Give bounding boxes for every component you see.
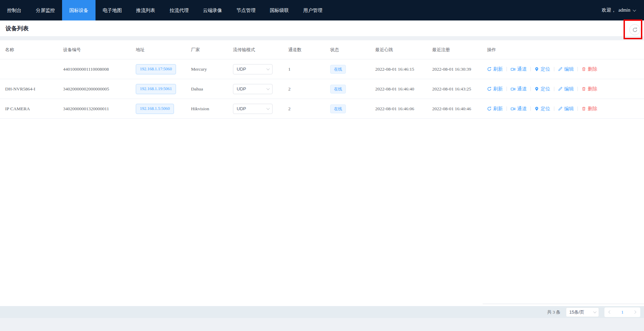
cell-channel-count: 2 <box>288 79 330 99</box>
action-divider <box>507 106 507 111</box>
cell-manufacturer: Mercury <box>191 59 233 79</box>
action-channels[interactable]: 通道 <box>511 106 527 112</box>
address-button[interactable]: 192.168.1.5:5060 <box>136 104 174 114</box>
nav-tab-user-mgmt[interactable]: 用户管理 <box>296 0 330 20</box>
action-delete[interactable]: 删除 <box>582 66 597 72</box>
refresh-icon <box>632 27 638 32</box>
cell-last-register: 2022-08-01 16:40:46 <box>432 99 487 118</box>
action-edit[interactable]: 编辑 <box>558 86 574 92</box>
refresh-icon <box>487 87 492 91</box>
nav-tab-gb-devices[interactable]: 国标设备 <box>62 0 96 20</box>
device-table: 名称 设备编号 地址 厂家 流传输模式 通道数 状态 最近心跳 最近注册 操作 … <box>0 40 644 306</box>
chevron-right-icon <box>633 311 636 314</box>
video-camera-icon <box>511 106 515 111</box>
nav-tab-push-list[interactable]: 推流列表 <box>129 0 162 20</box>
edit-pencil-icon <box>558 67 562 71</box>
action-divider <box>554 87 554 91</box>
user-menu[interactable]: 欢迎， admin <box>602 0 644 20</box>
cell-actions: 刷新 通道 定位 编辑 删除 <box>487 59 644 79</box>
refresh-icon <box>487 67 492 71</box>
refresh-page-button[interactable] <box>629 24 640 35</box>
nav-tab-gb-cascade[interactable]: 国标级联 <box>263 0 296 20</box>
chevron-down-icon <box>266 87 270 90</box>
edit-pencil-icon <box>558 106 562 111</box>
address-button[interactable]: 192.168.1.17:5060 <box>136 64 176 74</box>
table-body: 44010000001110008008 192.168.1.17:5060 M… <box>0 59 644 119</box>
video-camera-icon <box>511 87 515 91</box>
status-badge: 在线 <box>330 104 346 113</box>
nav-tab-split-screen[interactable]: 分屏监控 <box>29 0 62 20</box>
col-header-stream-mode: 流传输模式 <box>233 40 288 59</box>
stream-mode-select[interactable]: UDP <box>233 104 273 114</box>
cell-actions: 刷新 通道 定位 编辑 删除 <box>487 99 644 118</box>
col-header-address: 地址 <box>136 40 191 59</box>
action-channels[interactable]: 通道 <box>511 66 527 72</box>
trash-icon <box>582 87 586 91</box>
col-header-status: 状态 <box>330 40 375 59</box>
trash-icon <box>582 106 586 111</box>
action-delete[interactable]: 删除 <box>582 86 597 92</box>
action-refresh[interactable]: 刷新 <box>487 86 503 92</box>
col-header-register: 最近注册 <box>432 40 487 59</box>
action-divider <box>507 87 507 91</box>
col-header-name: 名称 <box>5 40 63 59</box>
cell-device-id: 44010000001110008008 <box>63 59 136 79</box>
action-divider <box>507 67 507 71</box>
chevron-down-icon <box>593 310 597 313</box>
cell-channel-count: 2 <box>288 99 330 118</box>
action-locate[interactable]: 定位 <box>535 106 550 112</box>
refresh-icon <box>487 106 492 111</box>
cell-last-heartbeat: 2022-08-01 16:46:06 <box>375 99 432 118</box>
stream-mode-select[interactable]: UDP <box>233 84 273 94</box>
current-page[interactable]: 1 <box>621 310 624 315</box>
pager: 1 <box>604 307 640 317</box>
prev-page-button[interactable] <box>609 311 611 313</box>
status-badge: 在线 <box>330 65 346 74</box>
cell-last-register: 2022-08-01 16:30:39 <box>432 59 487 79</box>
cell-device-name: IP CAMERA <box>5 99 63 118</box>
nav-tab-e-map[interactable]: 电子地图 <box>96 0 129 20</box>
stream-mode-select[interactable]: UDP <box>233 64 273 74</box>
location-pin-icon <box>535 106 539 111</box>
nav-tab-console[interactable]: 控制台 <box>0 0 29 20</box>
action-channels[interactable]: 通道 <box>511 86 527 92</box>
next-page-button[interactable] <box>633 311 636 313</box>
cell-device-name <box>5 59 63 79</box>
page-size-value: 15条/页 <box>569 309 584 315</box>
action-divider <box>530 67 531 71</box>
action-divider <box>530 106 531 111</box>
table-row: 44010000001110008008 192.168.1.17:5060 M… <box>0 59 644 79</box>
page-size-select[interactable]: 15条/页 <box>566 307 599 317</box>
top-navbar: 控制台分屏监控国标设备电子地图推流列表拉流代理云端录像节点管理国标级联用户管理 … <box>0 0 644 20</box>
action-refresh[interactable]: 刷新 <box>487 106 503 112</box>
cell-device-id: 34020000001320000011 <box>63 99 136 118</box>
cell-manufacturer: Hikvision <box>191 99 233 118</box>
action-refresh[interactable]: 刷新 <box>487 66 503 72</box>
table-header-row: 名称 设备编号 地址 厂家 流传输模式 通道数 状态 最近心跳 最近注册 操作 <box>0 40 644 59</box>
action-delete[interactable]: 删除 <box>582 106 597 112</box>
stream-mode-value: UDP <box>237 86 246 91</box>
cell-last-register: 2022-08-01 16:43:25 <box>432 79 487 99</box>
status-badge: 在线 <box>330 85 346 93</box>
cell-manufacturer: Dahua <box>191 79 233 99</box>
nav-tabs: 控制台分屏监控国标设备电子地图推流列表拉流代理云端录像节点管理国标级联用户管理 <box>0 0 330 20</box>
nav-tab-pull-proxy[interactable]: 拉流代理 <box>162 0 196 20</box>
action-edit[interactable]: 编辑 <box>558 106 574 112</box>
address-button[interactable]: 192.168.1.19:5061 <box>136 84 176 94</box>
cell-device-id: 34020000002000000005 <box>63 79 136 99</box>
cell-actions: 刷新 通道 定位 编辑 删除 <box>487 79 644 99</box>
username: admin <box>618 8 630 13</box>
gap-strip <box>0 36 644 40</box>
nav-tab-node-mgmt[interactable]: 节点管理 <box>229 0 263 20</box>
welcome-label: 欢迎， <box>602 7 616 13</box>
action-locate[interactable]: 定位 <box>535 86 550 92</box>
cell-channel-count: 1 <box>288 59 330 79</box>
nav-tab-cloud-record[interactable]: 云端录像 <box>196 0 229 20</box>
action-divider <box>577 106 578 111</box>
col-header-channels: 通道数 <box>288 40 330 59</box>
action-edit[interactable]: 编辑 <box>558 66 574 72</box>
bottom-strip <box>0 318 644 331</box>
location-pin-icon <box>535 87 539 91</box>
action-locate[interactable]: 定位 <box>535 66 550 72</box>
video-camera-icon <box>511 67 515 72</box>
